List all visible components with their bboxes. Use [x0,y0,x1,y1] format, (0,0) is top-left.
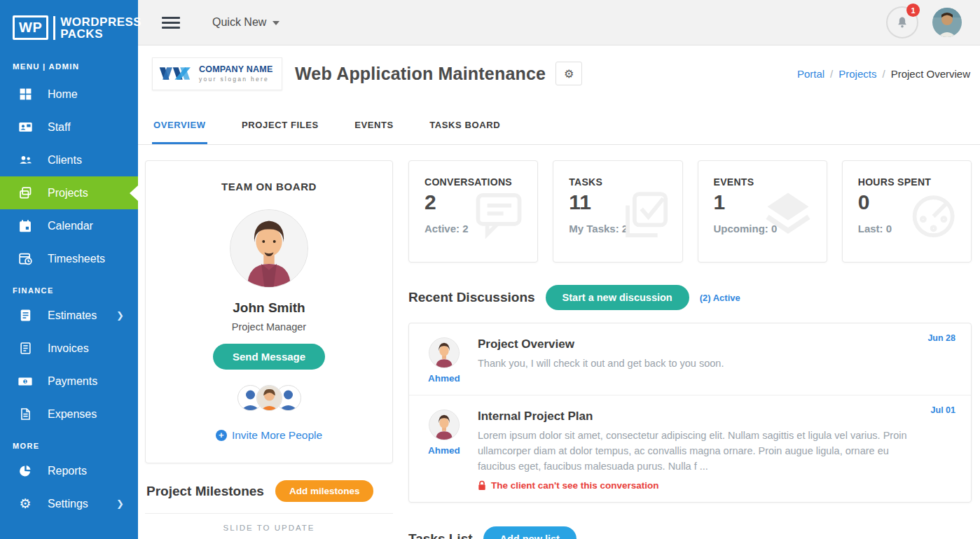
discussion-row[interactable]: Ahmed Internal Project Plan Lorem ipsum … [409,395,971,502]
slide-to-update-label: SLIDE TO UPDATE [145,524,393,532]
hours-spent-stat-card: HOURS SPENT 0 Last: 0 [842,160,972,262]
active-discussions-count[interactable]: (2) Active [700,293,740,303]
discussion-author-avatar [429,337,460,368]
add-new-list-button[interactable]: Add new list [483,526,577,539]
discussion-title[interactable]: Internal Project Plan [478,410,912,424]
notification-badge: 1 [906,4,920,17]
tasks-list-heading: Tasks List [408,531,473,539]
send-message-button[interactable]: Send Message [213,344,325,370]
discussion-date: Jun 28 [927,333,955,343]
sidebar-item-payments[interactable]: 1 Payments [0,365,138,398]
notifications-button[interactable]: 1 [886,6,918,38]
sidebar-item-reports[interactable]: Reports [0,454,138,487]
member-avatar [230,209,308,288]
logo-wp-mark: WP [13,15,48,40]
sidebar-item-calendar[interactable]: Calendar [0,209,138,242]
invoices-icon [18,341,33,356]
conversations-stat-card: CONVERSATIONS 2 Active: 2 [408,160,538,262]
breadcrumb-portal[interactable]: Portal [797,68,824,80]
settings-gear-icon: ⚙ [18,496,33,512]
reports-icon [18,463,33,479]
discussion-author[interactable]: Ahmed [426,373,462,384]
user-photo [932,8,962,37]
discussion-author-avatar [429,410,460,440]
discussion-snippet: Lorem ipsum dolor sit amet, consectetur … [478,428,912,474]
discussion-row[interactable]: Ahmed Project Overview Thank you, I will… [409,323,971,395]
company-logo-mark [158,64,195,83]
payments-icon: 1 [18,374,33,389]
staff-icon [18,120,33,135]
team-mini-avatars [160,385,378,411]
breadcrumb-current: Project Overview [891,68,970,80]
milestone-slider: SLIDE TO UPDATE 3%10%20%30%40%50%60%70%8… [145,513,393,539]
discussions-list: Ahmed Project Overview Thank you, I will… [408,323,972,503]
sidebar-item-invoices[interactable]: Invoices [0,332,138,365]
user-avatar[interactable] [932,8,962,37]
expenses-icon [18,407,33,422]
member-role: Project Manager [160,321,378,332]
team-heading: TEAM ON BOARD [160,181,378,192]
sidebar-item-timesheets[interactable]: Timesheets [0,242,138,275]
quick-new-dropdown[interactable]: Quick New [212,16,279,29]
start-discussion-button[interactable]: Start a new discussion [546,285,689,310]
invite-more-people-link[interactable]: + Invite More People [160,429,378,442]
member-name: John Smith [160,300,378,316]
clients-icon [18,153,33,168]
tab-events[interactable]: EVENTS [353,102,395,144]
page-title: Web Application Maintenance [295,64,546,84]
sidebar-item-expenses[interactable]: Expenses [0,398,138,430]
discussion-snippet: Thank you, I will check it out and get b… [478,356,912,372]
team-member-avatar[interactable] [256,385,282,411]
project-tabs: OVERVIEW PROJECT FILES EVENTS TASKS BOAR… [138,102,980,145]
svg-text:1: 1 [24,379,26,384]
breadcrumb-projects[interactable]: Projects [838,68,876,80]
discussion-author[interactable]: Ahmed [426,445,462,456]
check-square-icon [615,185,672,242]
project-settings-button[interactable]: ⚙ [555,62,582,85]
timer-icon [904,185,961,242]
events-stat-card: EVENTS 1 Upcoming: 0 [698,160,827,262]
tab-tasks-board[interactable]: TASKS BOARD [428,102,502,144]
company-slogan: your slogan here [199,76,272,83]
sidebar: WP WORDPRESS PACKS MENU | ADMIN Home Sta… [0,0,138,539]
chevron-right-icon: ❯ [116,310,124,321]
topbar: Quick New 1 [138,0,980,46]
tab-overview[interactable]: OVERVIEW [152,102,207,144]
private-conversation-note: The client can't see this conversation [478,480,912,491]
sidebar-item-estimates[interactable]: Estimates ❯ [0,299,138,332]
sidebar-item-clients[interactable]: Clients [0,144,138,176]
discussion-title[interactable]: Project Overview [478,337,912,351]
team-on-board-card: TEAM ON BOARD John Smith Pr [145,160,393,463]
gear-icon: ⚙ [564,67,574,80]
tab-project-files[interactable]: PROJECT FILES [240,102,320,144]
sidebar-item-staff[interactable]: Staff [0,111,138,144]
chevron-right-icon: ❯ [116,498,124,509]
discussion-date: Jul 01 [931,405,955,415]
company-logo: COMPANY NAME your slogan here [152,57,282,90]
menu-admin-label: MENU | ADMIN [0,54,138,78]
calendar-icon [18,218,33,234]
page-header: COMPANY NAME your slogan here Web Applic… [138,46,980,102]
projects-icon [18,186,33,201]
add-milestones-button[interactable]: Add milestones [275,480,374,502]
estimates-icon [18,308,33,323]
layers-icon [759,185,817,242]
sidebar-item-projects[interactable]: Projects [0,176,138,209]
more-section-label: MORE [0,430,138,454]
breadcrumb: Portal / Projects / Project Overview [797,68,970,80]
hamburger-menu-icon[interactable] [162,14,180,31]
finance-section-label: FINANCE [0,275,138,299]
tasks-stat-card: TASKS 11 My Tasks: 2 [553,160,682,262]
sidebar-item-home[interactable]: Home [0,78,138,111]
company-name: COMPANY NAME [199,64,272,74]
home-icon [18,87,33,102]
app-logo[interactable]: WP WORDPRESS PACKS [0,0,138,54]
sidebar-item-settings[interactable]: ⚙ Settings ❯ [0,487,138,520]
main-area: Quick New 1 [138,0,980,539]
caret-down-icon [272,21,279,25]
logo-wordmark: WORDPRESS PACKS [53,16,142,40]
lock-icon [478,480,486,491]
milestones-heading: Project Milestones [146,484,264,499]
plus-icon: + [216,430,227,441]
logo-line1: WORDPRESS [60,16,142,28]
